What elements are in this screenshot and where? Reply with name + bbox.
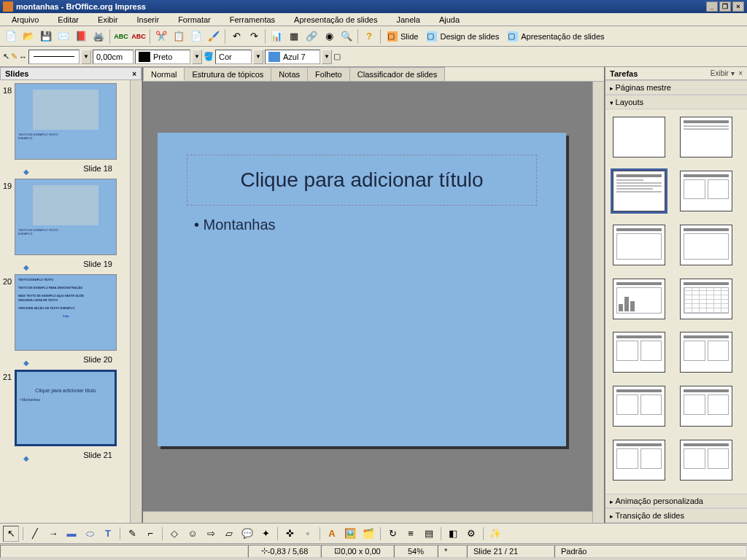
dropdown-icon[interactable]: ▼ xyxy=(81,50,91,64)
text-tool-icon[interactable]: T xyxy=(100,526,116,542)
slide-thumb-19[interactable]: TEXTO DE EXEMPLO TEXTOEXEMPLO xyxy=(15,179,117,255)
arrow-tool-icon[interactable]: → xyxy=(45,526,61,542)
close-panel-icon[interactable]: × xyxy=(132,70,136,78)
points-icon[interactable]: ✜ xyxy=(282,526,298,542)
brush-icon[interactable]: 🖌️ xyxy=(206,28,222,44)
dropdown-icon[interactable]: ▼ xyxy=(322,50,332,64)
redo-icon[interactable]: ↷ xyxy=(246,28,262,44)
layout-option-4[interactable] xyxy=(613,225,665,265)
tab-classificador-de-slides[interactable]: Classificador de slides xyxy=(349,67,445,81)
slides-scrollbar[interactable] xyxy=(130,80,142,523)
line-color-select[interactable]: Preto xyxy=(135,50,190,64)
stars-icon[interactable]: ✦ xyxy=(258,526,274,542)
slide-thumb-18[interactable]: TEXTO DE EXEMPLO TEXTOEXEMPLO xyxy=(15,83,117,160)
tab-notas[interactable]: Notas xyxy=(271,67,308,81)
close-button[interactable]: × xyxy=(732,1,744,12)
layout-option-12[interactable] xyxy=(613,440,665,481)
rotate-icon[interactable]: ↻ xyxy=(384,526,400,542)
tab-normal[interactable]: Normal xyxy=(143,67,185,81)
menu-arquivo[interactable]: Arquivo xyxy=(3,14,47,26)
curve-icon[interactable]: ✎ xyxy=(124,526,140,542)
line-width-input[interactable]: 0,00cm xyxy=(93,50,133,64)
canvas[interactable]: Clique para adicionar título • Montanhas xyxy=(143,82,604,523)
fill-color-select[interactable]: Azul 7 xyxy=(265,50,320,64)
layout-option-3[interactable] xyxy=(680,171,732,211)
from-file-icon[interactable]: 🖼️ xyxy=(342,526,358,542)
new-icon[interactable]: 📄 xyxy=(3,28,19,44)
arrow-icon[interactable]: ↖ xyxy=(3,52,9,61)
menu-janela[interactable]: Janela xyxy=(387,14,428,26)
layout-option-6[interactable] xyxy=(613,279,665,319)
layout-option-2[interactable] xyxy=(613,171,665,211)
layout-option-11[interactable] xyxy=(680,386,732,427)
dropdown-icon[interactable]: ▼ xyxy=(192,50,202,64)
section-custom-animation[interactable]: Animação personalizada xyxy=(605,494,747,508)
layout-option-0[interactable] xyxy=(613,117,665,158)
maximize-button[interactable]: ❐ xyxy=(719,1,731,12)
zoom-icon[interactable]: 🔍 xyxy=(338,28,355,44)
block-arrows-icon[interactable]: ⇨ xyxy=(203,526,219,542)
gallery-icon[interactable]: 🗂️ xyxy=(360,526,376,542)
cut-icon[interactable]: ✂️ xyxy=(153,28,169,44)
pdf-icon[interactable]: 📕 xyxy=(73,28,89,44)
rect-tool-icon[interactable]: ▬ xyxy=(63,526,80,542)
menu-editar[interactable]: Editar xyxy=(49,14,88,26)
dropdown-icon[interactable]: ▼ xyxy=(253,50,263,64)
undo-icon[interactable]: ↶ xyxy=(228,28,244,44)
section-slide-transition[interactable]: Transição de slides xyxy=(605,508,747,523)
hyperlink-icon[interactable]: 🔗 xyxy=(303,28,320,44)
line-tool-icon[interactable]: ╱ xyxy=(27,526,43,542)
spellcheck-icon[interactable]: ABC xyxy=(113,28,129,44)
layout-option-9[interactable] xyxy=(680,332,732,373)
tasks-view-menu[interactable]: Exibir ▾ × xyxy=(711,69,743,77)
ellipse-tool-icon[interactable]: ⬭ xyxy=(82,526,98,542)
mail-icon[interactable]: ✉️ xyxy=(55,28,71,44)
fill-type-select[interactable]: Cor xyxy=(215,50,252,64)
layout-option-10[interactable] xyxy=(613,386,665,427)
layout-option-13[interactable] xyxy=(680,440,732,481)
canvas-vscroll[interactable] xyxy=(592,82,604,523)
select-tool-icon[interactable]: ↖ xyxy=(3,526,19,542)
save-icon[interactable]: 💾 xyxy=(38,28,54,44)
current-slide[interactable]: Clique para adicionar título • Montanhas xyxy=(158,133,566,446)
fontwork-icon[interactable]: A xyxy=(324,526,340,542)
tab-folheto[interactable]: Folheto xyxy=(307,67,350,81)
slide-thumb-20[interactable]: TEXTO EXEMPLO TEXTOTEXTO DE EXEMPLO PARA… xyxy=(15,274,117,351)
navigator-icon[interactable]: ◉ xyxy=(321,28,337,44)
copy-icon[interactable]: 📋 xyxy=(171,28,187,44)
menu-ferramentas[interactable]: Ferramentas xyxy=(221,14,284,26)
paste-icon[interactable]: 📄 xyxy=(188,28,204,44)
menu-inserir[interactable]: Inserir xyxy=(128,14,169,26)
status-style[interactable]: Padrão xyxy=(554,545,747,558)
flowchart-icon[interactable]: ▱ xyxy=(221,526,237,542)
tab-estrutura-de-tópicos[interactable]: Estrutura de tópicos xyxy=(184,67,271,81)
layout-option-5[interactable] xyxy=(680,225,732,265)
line-style-icon[interactable]: ✎ xyxy=(11,52,18,61)
menu-formatar[interactable]: Formatar xyxy=(169,14,220,26)
arrange-icon[interactable]: ▤ xyxy=(421,526,437,542)
fill-bucket-icon[interactable]: 🪣 xyxy=(204,52,214,61)
minimize-button[interactable]: _ xyxy=(706,1,718,12)
section-layouts[interactable]: Layouts xyxy=(605,95,747,109)
table-icon[interactable]: ▦ xyxy=(286,28,302,44)
layout-option-7[interactable] xyxy=(680,279,732,319)
align-icon[interactable]: ≡ xyxy=(403,526,419,542)
help-icon[interactable]: ? xyxy=(361,28,377,44)
layout-option-8[interactable] xyxy=(613,332,665,373)
callout-icon[interactable]: 💬 xyxy=(239,526,255,542)
symbol-shapes-icon[interactable]: ☺ xyxy=(185,526,201,542)
title-placeholder[interactable]: Clique para adicionar título xyxy=(187,155,537,206)
present-button[interactable]: ▢Apresentação de slides xyxy=(504,28,608,44)
line-pattern-select[interactable] xyxy=(28,50,80,64)
menu-apresentacao[interactable]: Apresentação de slides xyxy=(285,14,386,26)
layout-option-1[interactable] xyxy=(680,117,732,158)
design-slides-button[interactable]: ▢Design de slides xyxy=(423,28,503,44)
menu-ajuda[interactable]: Ajuda xyxy=(430,14,468,26)
shadow-icon[interactable]: ▢ xyxy=(333,52,341,61)
menu-exibir[interactable]: Exibir xyxy=(89,14,127,26)
autospell-icon[interactable]: ABC xyxy=(131,28,147,44)
basic-shapes-icon[interactable]: ◇ xyxy=(166,526,182,542)
slide-thumbs-list[interactable]: 18 TEXTO DE EXEMPLO TEXTOEXEMPLO◆Slide 1… xyxy=(0,80,130,523)
arrow-ends-icon[interactable]: ↔ xyxy=(19,52,27,61)
slide-button[interactable]: ▢Slide xyxy=(384,28,422,44)
